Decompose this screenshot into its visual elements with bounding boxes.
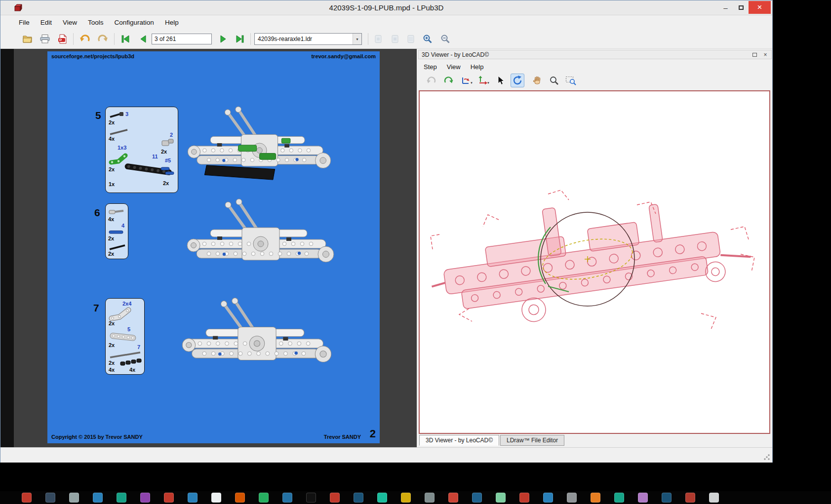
step-7-assembly-image[interactable] [177,294,337,398]
taskbar-app-icon[interactable] [259,493,269,503]
viewer-zoom-button[interactable] [547,74,561,87]
taskbar-app-icon[interactable] [117,493,126,503]
export-pdf-button[interactable] [55,32,70,46]
taskbar-app-icon[interactable] [140,493,150,503]
zoom-out-icon [440,34,450,44]
close-icon: × [757,2,762,12]
taskbar-app-icon[interactable] [425,493,435,503]
part-quantity: 2x [109,119,115,125]
page-header-url: sourceforge.net/projects/lpub3d [51,53,134,59]
taskbar-app-icon[interactable] [448,493,458,503]
toolbar-separator [73,33,74,45]
resize-grip-icon[interactable] [763,454,770,460]
disabled-tool-1-button[interactable] [371,32,386,46]
taskbar-app-icon[interactable] [235,493,245,503]
menu-edit[interactable]: Edit [35,17,57,28]
instruction-page[interactable]: sourceforge.net/projects/lpub3d trevor.s… [47,51,380,443]
taskbar-app-icon[interactable] [330,493,340,503]
disabled-page-icon [406,34,416,44]
taskbar-app-icon[interactable] [282,493,292,503]
maximize-button[interactable] [733,1,749,14]
taskbar-app-icon[interactable] [662,493,672,503]
taskbar-app-icon[interactable] [472,493,482,503]
viewer-menu-view[interactable]: View [442,62,466,72]
dropdown-caret-icon[interactable]: ▼ [487,81,490,84]
menu-view[interactable]: View [57,17,82,28]
taskbar-app-icon[interactable] [709,493,719,503]
previous-page-button[interactable] [136,32,151,46]
menu-configuration[interactable]: Configuration [109,17,159,28]
disabled-tool-2-button[interactable] [388,32,402,46]
viewer-select-button[interactable] [494,74,508,87]
taskbar-app-icon[interactable] [496,493,506,503]
pli-step-7[interactable]: 2x4 2x 5 [105,298,145,375]
taskbar-app-icon[interactable] [401,493,411,503]
viewer-pan-button[interactable] [530,74,544,87]
tab-ldraw-file-editor[interactable]: LDraw™ File Editor [500,435,564,446]
part-number: 7 [137,344,140,350]
menu-tools[interactable]: Tools [82,17,109,28]
viewer-undo-button[interactable] [425,74,438,87]
taskbar-app-icon[interactable] [69,493,79,503]
dock-close-button[interactable]: × [761,51,769,58]
page-number-input[interactable] [152,34,212,44]
submodel-combobox[interactable]: 42039s-rearaxle1.ldr ▼ [254,33,362,45]
taskbar-app-icon[interactable] [543,493,553,503]
taskbar-app-icon[interactable] [519,493,529,503]
taskbar-app-icon[interactable] [45,493,55,503]
page-graphics-view[interactable]: sourceforge.net/projects/lpub3d trevor.s… [14,49,417,447]
pli-step-5[interactable]: 3 2x 4x 1x3 2x 11 [105,107,178,193]
viewer-dock-titlebar[interactable]: 3D Viewer - by LeoCAD© × [418,50,772,59]
taskbar-app-icon[interactable] [567,493,577,503]
close-button[interactable]: × [749,1,771,14]
taskbar-app-icon[interactable] [614,493,624,503]
taskbar-app-icon[interactable] [188,493,198,503]
step-6-assembly-image[interactable] [182,197,340,296]
viewer-relative-translation-button[interactable] [476,74,490,87]
taskbar-app-icon[interactable] [377,493,387,503]
tab-3d-viewer[interactable]: 3D Viewer - by LeoCAD© [419,435,499,446]
viewer-3d-viewport[interactable] [419,90,770,434]
toolbar-separator [250,33,251,45]
taskbar-app-icon[interactable] [93,493,103,503]
taskbar-app-icon[interactable] [685,493,695,503]
part-number: 2x4 [122,301,131,307]
first-page-button[interactable] [118,32,133,46]
viewer-redo-button[interactable] [441,74,455,87]
part-number: 4 [121,223,124,229]
menu-file[interactable]: File [13,17,35,28]
disabled-tool-3-button[interactable] [403,32,418,46]
zoom-in-button[interactable] [420,32,435,46]
save-button[interactable] [38,32,52,46]
part-connector-icon [161,138,175,148]
taskbar-app-icon[interactable] [211,493,221,503]
menu-help[interactable]: Help [159,17,184,28]
dock-float-button[interactable] [751,51,758,58]
pli-step-6[interactable]: 4x 4 2x 2x [105,203,128,259]
undo-button[interactable] [78,32,92,46]
viewer-zoom-region-button[interactable] [564,74,578,87]
step-5-number: 5 [95,110,101,121]
viewer-menu-step[interactable]: Step [419,62,442,72]
viewer-rotate-view-button[interactable] [511,74,524,87]
combobox-dropdown-icon[interactable]: ▼ [353,34,361,44]
page-number: 2 [370,427,376,440]
last-page-button[interactable] [233,32,247,46]
viewer-menu-help[interactable]: Help [466,62,489,72]
viewer-rotation-step-button[interactable] [459,74,473,87]
taskbar-app-icon[interactable] [22,493,32,503]
dropdown-caret-icon[interactable]: ▼ [470,81,473,84]
step-5-assembly-image[interactable] [182,105,337,201]
redo-button[interactable] [95,32,110,46]
minimize-button[interactable]: – [718,1,733,14]
taskbar-app-icon[interactable] [591,493,600,503]
taskbar-app-icon[interactable] [638,493,648,503]
taskbar-app-icon[interactable] [164,493,174,503]
rotate-view-icon [512,75,523,86]
open-file-button[interactable] [20,32,35,46]
taskbar-app-icon[interactable] [306,493,316,503]
next-page-button[interactable] [216,32,231,46]
zoom-out-button[interactable] [438,32,453,46]
part-axle-icon [108,243,127,251]
taskbar-app-icon[interactable] [354,493,363,503]
